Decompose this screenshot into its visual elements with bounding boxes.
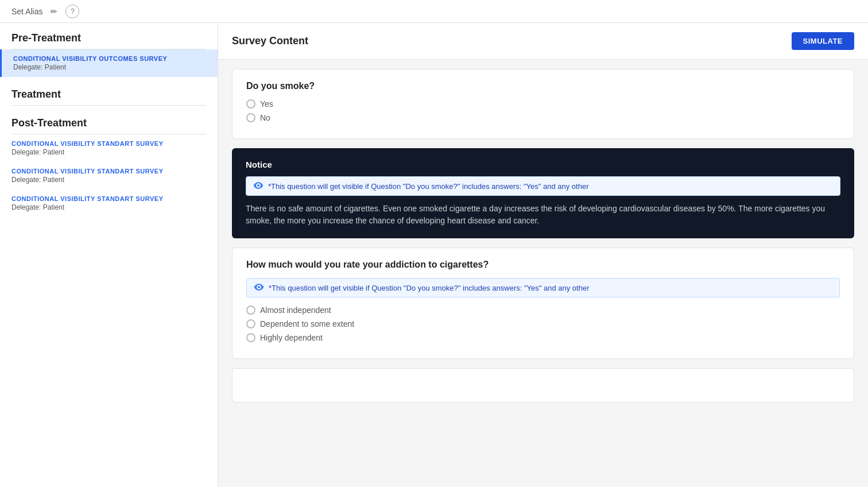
radio-independent-label: Almost independent [260,306,331,315]
radio-dependent-label: Dependent to some extent [260,319,354,328]
sidebar-item-post-2-name: CONDITIONAL VISIBILITY STANDART SURVEY [11,168,206,175]
top-bar: Set Alias ✏ ? [0,0,868,23]
main-layout: Pre-Treatment CONDITIONAL VISIBILITY OUT… [0,23,868,487]
radio-independent-circle [246,306,255,315]
question2-option-3[interactable]: Highly dependent [246,333,840,342]
question1-option-yes[interactable]: Yes [246,99,840,109]
treatment-label: Treatment [0,77,218,105]
content-header: Survey Content SIMULATE [218,23,868,60]
radio-highly-label: Highly dependent [260,333,323,342]
sidebar-item-post-1[interactable]: CONDITIONAL VISIBILITY STANDART SURVEY D… [0,134,218,162]
sidebar-item-post-1-delegate: Delegate: Patient [11,148,206,156]
sidebar-item-post-3[interactable]: CONDITIONAL VISIBILITY STANDART SURVEY D… [0,190,218,217]
help-icon[interactable]: ? [65,5,79,18]
notice-body-text: There is no safe amount of cigarettes. E… [246,203,840,227]
last-card [232,368,854,403]
sidebar: Pre-Treatment CONDITIONAL VISIBILITY OUT… [0,23,218,487]
app-container: Set Alias ✏ ? Pre-Treatment CONDITIONAL … [0,0,868,487]
content-area: Survey Content SIMULATE Do you smoke? Ye… [218,23,868,487]
simulate-button[interactable]: SIMULATE [792,32,854,50]
radio-highly-circle [246,333,255,342]
sidebar-item-post-2[interactable]: CONDITIONAL VISIBILITY STANDART SURVEY D… [0,162,218,190]
post-treatment-label: Post-Treatment [0,106,218,134]
notice-title: Notice [246,160,840,169]
sidebar-item-post-3-name: CONDITIONAL VISIBILITY STANDART SURVEY [11,195,206,202]
radio-no-circle [246,113,255,122]
sidebar-item-pre-1-name: CONDITIONAL VISIBILITY OUTCOMES SURVEY [13,55,206,62]
question2-visibility-banner: *This question will get visible if Quest… [246,278,840,297]
question2-title: How much would you rate your addiction t… [246,260,840,270]
notice-visibility-banner: *This question will get visible if Quest… [246,176,840,196]
survey-content-title: Survey Content [232,35,308,47]
edit-alias-icon[interactable]: ✏ [47,5,61,18]
eye-icon-2 [254,283,264,292]
question1-option-no[interactable]: No [246,113,840,122]
content-body: Do you smoke? Yes No Notice [218,60,868,412]
sidebar-item-pre-1[interactable]: CONDITIONAL VISIBILITY OUTCOMES SURVEY D… [0,49,218,77]
radio-no-label: No [260,113,270,122]
sidebar-item-pre-1-delegate: Delegate: Patient [13,63,206,71]
radio-yes-circle [246,99,255,109]
sidebar-item-post-3-delegate: Delegate: Patient [11,203,206,211]
pre-treatment-label: Pre-Treatment [0,23,218,49]
question2-option-1[interactable]: Almost independent [246,306,840,315]
eye-icon [253,181,264,191]
question1-title: Do you smoke? [246,81,840,91]
question2-option-2[interactable]: Dependent to some extent [246,319,840,328]
question2-visibility-text: *This question will get visible if Quest… [269,284,590,292]
question2-card: How much would you rate your addiction t… [232,248,854,359]
sidebar-item-post-2-delegate: Delegate: Patient [11,176,206,184]
sidebar-item-post-1-name: CONDITIONAL VISIBILITY STANDART SURVEY [11,140,206,147]
radio-yes-label: Yes [260,99,273,109]
notice-card: Notice *This question will get visible i… [232,148,854,238]
set-alias-label: Set Alias [11,7,42,16]
radio-dependent-circle [246,319,255,328]
question1-card: Do you smoke? Yes No [232,69,854,139]
notice-visibility-text: *This question will get visible if Quest… [268,182,589,191]
